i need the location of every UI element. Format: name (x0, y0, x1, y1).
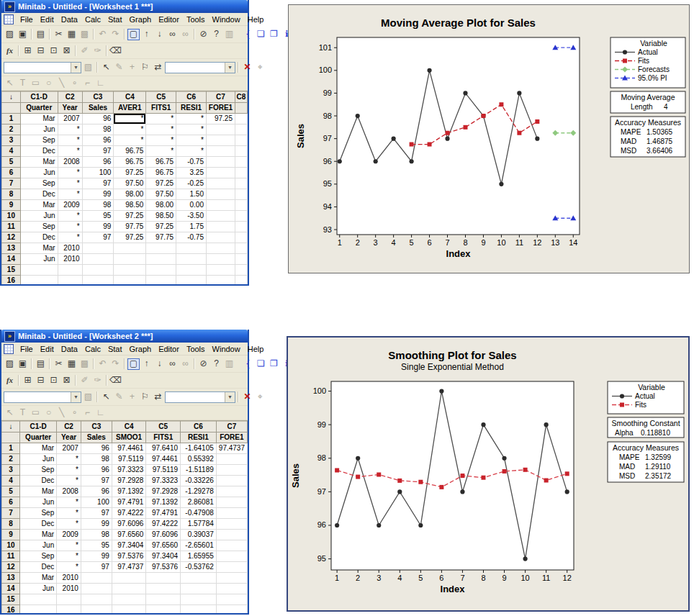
cell[interactable]: 97 (82, 178, 114, 189)
menu-data[interactable]: Data (58, 14, 81, 24)
cell[interactable]: 0.00 (176, 200, 207, 211)
column-name-year[interactable]: Year (58, 103, 82, 114)
print-icon[interactable]: ▤ (35, 29, 47, 40)
cell[interactable]: -0.25 (176, 178, 207, 189)
column-header-c6[interactable]: C6 (176, 92, 207, 103)
rectangle-tool-icon[interactable]: ▭ (30, 407, 42, 419)
cell[interactable]: 97.4791 (112, 497, 146, 508)
cell[interactable] (207, 232, 235, 243)
point-tool-icon[interactable]: ∘ (68, 407, 81, 419)
column-name-smoo1[interactable]: SMOO1 (112, 432, 146, 443)
cell[interactable]: Sep (20, 135, 58, 146)
entry-direction-arrow-icon[interactable]: ↓ (2, 422, 20, 432)
statguide-icon[interactable]: ▥ (223, 29, 235, 40)
cell[interactable] (235, 178, 247, 189)
cell[interactable]: 2010 (58, 254, 82, 265)
menu-editor[interactable]: Editor (155, 344, 183, 354)
cell[interactable]: 95 (82, 211, 114, 222)
cell[interactable] (146, 594, 181, 605)
flag-tool-icon[interactable]: ⚐ (139, 62, 151, 73)
cell[interactable]: -0.75 (176, 157, 207, 168)
cell[interactable]: 97.5376 (146, 562, 181, 573)
save-project-icon[interactable]: ▣ (17, 358, 29, 370)
insert-rows-icon[interactable]: ⊟ (35, 375, 47, 386)
cell[interactable]: 2010 (57, 573, 81, 584)
cell[interactable]: 96.75 (146, 157, 176, 168)
cell[interactable] (81, 584, 112, 594)
cancel-icon[interactable]: ⊘ (197, 358, 209, 370)
cell[interactable] (81, 605, 112, 614)
row-header[interactable]: 8 (2, 189, 21, 200)
paste-icon[interactable]: ▩ (78, 358, 91, 370)
find-next-icon[interactable]: ∞ (179, 29, 191, 40)
row-header[interactable]: 7 (2, 508, 20, 519)
menu-edit[interactable]: Edit (37, 14, 58, 24)
cell[interactable] (181, 584, 217, 594)
cell[interactable]: Jun (20, 584, 57, 594)
cell[interactable] (112, 605, 146, 614)
cell[interactable]: 97.4461 (146, 454, 181, 465)
row-header[interactable]: 6 (2, 497, 20, 508)
row-header[interactable]: 9 (2, 200, 21, 211)
insert-rows-icon[interactable]: ⊟ (35, 45, 47, 57)
row-header[interactable]: 15 (2, 265, 21, 276)
cell[interactable]: 2010 (57, 584, 81, 594)
cell[interactable]: Dec (20, 562, 57, 573)
cell[interactable]: -1.29278 (181, 486, 217, 497)
cell[interactable]: Jun (20, 497, 57, 508)
row-header[interactable]: 5 (2, 486, 20, 497)
cell[interactable]: * (58, 222, 82, 232)
column-name-year[interactable]: Year (57, 432, 81, 443)
cell[interactable] (207, 243, 235, 254)
row-header[interactable]: 2 (2, 454, 20, 465)
cell[interactable]: Dec (20, 189, 58, 200)
cell[interactable] (207, 222, 235, 232)
select-tool-icon[interactable]: ↖ (100, 62, 112, 73)
cell[interactable]: 98 (81, 454, 112, 465)
cell[interactable] (82, 265, 114, 276)
cell[interactable] (207, 254, 235, 265)
redo-icon[interactable]: ↷ (109, 358, 122, 370)
cell[interactable]: 2009 (57, 530, 81, 540)
cell[interactable] (235, 157, 247, 168)
cell[interactable]: 97.6096 (112, 519, 146, 530)
cell[interactable]: 97.4737 (112, 562, 146, 573)
cell[interactable]: 98.00 (146, 200, 176, 211)
cell[interactable] (216, 519, 247, 530)
menu-edit[interactable]: Edit (37, 344, 58, 354)
cell[interactable]: 96 (81, 486, 112, 497)
point-tool-icon[interactable]: ∘ (68, 78, 81, 89)
column-name-sales[interactable]: Sales (81, 432, 112, 443)
cell[interactable]: Dec (20, 232, 58, 243)
cell[interactable]: 97.6560 (112, 530, 146, 540)
pencil-tool-icon[interactable]: ✎ (113, 62, 125, 73)
cell[interactable]: Mar (20, 243, 58, 254)
cell[interactable]: * (58, 178, 82, 189)
cell[interactable] (207, 178, 235, 189)
cell[interactable]: 97.25 (146, 222, 176, 232)
cancel-icon[interactable]: ⊘ (197, 29, 209, 40)
annotation-combo[interactable]: ▼ (165, 391, 235, 403)
cell[interactable] (20, 265, 58, 276)
cell[interactable]: * (57, 476, 81, 486)
cell[interactable] (216, 530, 247, 540)
cell[interactable] (207, 135, 235, 146)
combo-arrow-icon[interactable]: ▼ (225, 392, 235, 402)
cell[interactable] (216, 497, 247, 508)
row-header[interactable]: 5 (2, 157, 21, 168)
cell[interactable] (146, 265, 176, 276)
flag-tool-icon[interactable]: ⚐ (139, 391, 151, 403)
cell[interactable]: 2008 (57, 486, 81, 497)
cell[interactable]: 100 (81, 497, 112, 508)
insert-function-icon[interactable]: fx (4, 45, 16, 57)
cell[interactable] (207, 200, 235, 211)
help-icon[interactable]: ? (210, 29, 222, 40)
cell[interactable]: 3.25 (176, 168, 207, 178)
menu-calc[interactable]: Calc (81, 14, 104, 24)
cell[interactable]: 97.2928 (112, 476, 146, 486)
cell[interactable]: 98.00 (114, 189, 146, 200)
previous-command-icon[interactable]: ↑ (140, 358, 153, 370)
cell[interactable] (81, 594, 112, 605)
cell[interactable]: 97.75 (114, 222, 146, 232)
swap-tool-icon[interactable]: ⇄ (152, 62, 164, 73)
